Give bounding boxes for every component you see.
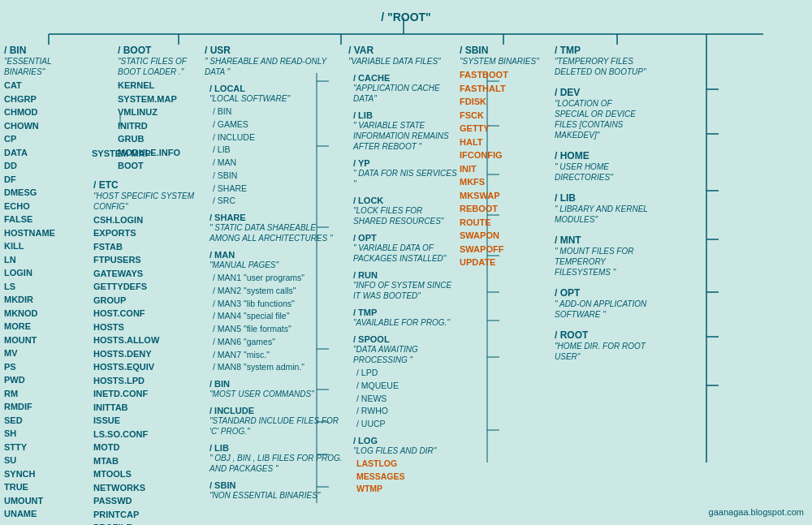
bin-desc: "ESSENTIAL BINARIES" — [4, 56, 92, 77]
file-item: TRUE — [4, 480, 55, 494]
file-item: / UUCP — [356, 418, 458, 431]
file-item: FDISK — [460, 95, 508, 109]
file-item: HOSTS.ALLOW — [93, 334, 159, 347]
file-item: IFCONFIG — [460, 148, 508, 162]
file-item: RMDIF — [4, 400, 55, 414]
file-item: HALT — [460, 136, 508, 149]
file-item: SWAPON — [460, 229, 508, 243]
file-item: KERNEL — [118, 79, 203, 93]
usr-sbin-title: / SBIN — [209, 480, 320, 490]
var-cache-title: / CACHE — [353, 73, 458, 83]
var-log-section: / LOG "LOG FILES AND DIR" LASTLOG MESSAG… — [353, 436, 436, 496]
file-item: ROUTE — [460, 216, 508, 230]
var-tmp-section: / TMP "AVAILABLE FOR PROG." — [353, 308, 450, 329]
file-item: / MAN7 "misc." — [213, 349, 304, 362]
file-item: / MAN8 "system admin." — [213, 361, 304, 374]
var-run-desc: "INFO OF SYSTEM SINCE IT WAS BOOTED" — [353, 280, 458, 301]
file-item: REBOOT — [460, 202, 508, 216]
file-item: LS.SO.CONF — [93, 428, 159, 441]
right-lib-desc: " LIBRARY AND KERNEL MODULES" — [555, 204, 648, 225]
usr-bin-section: / BIN "MOST USER COMMANDS" — [209, 379, 314, 401]
etc-files: CSH.LOGIN EXPORTS FSTAB FTPUSERS GATEWAY… — [93, 213, 159, 526]
file-item: MORE — [4, 320, 55, 334]
file-item: MOUNT — [4, 334, 55, 347]
right-mnt-section: / MNT " MOUNT FILES FOR TEMPERORY FILESY… — [555, 235, 648, 279]
boot-title: / BOOT — [118, 45, 203, 56]
var-yp-title: / YP — [353, 158, 458, 168]
file-item: / SHARE — [213, 183, 290, 196]
col-var: / VAR "VARIABLE DATA FILES" / CACHE "APP… — [348, 45, 458, 525]
file-item: DD — [4, 159, 55, 173]
var-lock-section: / LOCK "LOCK FILES FOR SHARED RESOURCES" — [353, 196, 458, 228]
file-item: GATEWAYS — [93, 267, 159, 281]
file-item: ISSUE — [93, 414, 159, 428]
file-item: HOSTS.DENY — [93, 347, 159, 361]
file-item: / MAN2 "system calls" — [213, 285, 304, 298]
var-log-title: / LOG — [353, 436, 436, 445]
col-usr: / USR " SHAREABLE AND READ-ONLY DATA " /… — [205, 45, 347, 525]
file-item: CAT — [4, 79, 55, 93]
var-spool-title: / SPOOL — [353, 334, 458, 344]
col-etc-boot: / BOOT "STATIC FILES OF BOOT LOADER ." K… — [93, 45, 203, 525]
file-item: MKDIR — [4, 293, 55, 307]
file-item: FASTHALT — [460, 82, 508, 96]
usr-include-desc: "STANDARD INCLUDE FILES FOR 'C' PROG." — [209, 415, 347, 437]
file-item: SYSTEM.MAP — [118, 93, 203, 106]
file-item: HOSTS.LPD — [93, 374, 159, 388]
file-item: LOGIN — [4, 266, 55, 280]
file-item: UNAME — [4, 507, 55, 521]
watermark: gaanagaa.blogspot.com — [709, 507, 804, 517]
file-item: MOTD — [93, 441, 159, 454]
file-item: HOSTS.EQUIV — [93, 360, 159, 374]
usr-local-desc: "LOCAL SOFTWARE" — [209, 93, 290, 104]
right-lib-title: / LIB — [555, 192, 648, 204]
usr-include-title: / INCLUDE — [209, 406, 347, 415]
file-item: SYNCH — [4, 467, 55, 481]
file-item: CHGRP — [4, 93, 55, 106]
file-item: FALSE — [4, 213, 55, 226]
usr-lib-section: / LIB " OBJ , BIN , LIB FILES FOR PROG. … — [209, 443, 347, 476]
var-yp-section: / YP " DATA FOR NIS SERVICES " — [353, 158, 458, 191]
boot-files: KERNEL SYSTEM.MAP VMLINUZ INITRD GRUB MO… — [118, 79, 203, 173]
right-lib-section: / LIB " LIBRARY AND KERNEL MODULES" — [555, 192, 648, 226]
var-lib-desc: " VARIABLE STATE INFORMATION REMAINS AFT… — [353, 120, 458, 152]
right-root-desc: "HOME DIR. FOR ROOT USER" — [555, 341, 648, 362]
file-item: GETTY — [460, 122, 508, 136]
var-cache-section: / CACHE "APPLICATION CACHE DATA" — [353, 73, 458, 105]
file-item: BOOT — [118, 159, 203, 173]
file-item: MKNOD — [4, 307, 55, 321]
var-opt-desc: " VARIABLE DATA OF PACKAGES INSTALLED" — [353, 243, 458, 264]
etc-title: / ETC — [93, 179, 119, 191]
file-item: MTAB — [93, 454, 159, 468]
sbin-title: / SBIN — [460, 45, 488, 56]
file-item: / MQUEUE — [356, 380, 458, 393]
col-bin: / BIN "ESSENTIAL BINARIES" CAT CHGRP CHM… — [4, 45, 92, 525]
file-item: SWAPOFF — [460, 243, 508, 256]
root-node: / "ROOT" — [6, 6, 806, 24]
var-title: / VAR — [348, 45, 374, 56]
file-item: SU — [4, 454, 55, 467]
right-mnt-desc: " MOUNT FILES FOR TEMPERORY FILESYSTEMS … — [555, 246, 648, 278]
sbin-files: FASTBOOT FASTHALT FDISK FSCK GETTY HALT … — [460, 68, 508, 269]
file-item: GRUB — [118, 132, 203, 146]
file-item: MKSWAP — [460, 189, 508, 203]
right-mnt-title: / MNT — [555, 235, 648, 246]
usr-bin-desc: "MOST USER COMMANDS" — [209, 389, 314, 399]
file-item: FSTAB — [93, 240, 159, 254]
var-desc: "VARIABLE DATA FILES" — [348, 56, 441, 67]
usr-share-section: / SHARE " STATIC DATA SHAREABLE AMONG AL… — [209, 213, 347, 245]
file-item: KILL — [4, 239, 55, 253]
usr-man-files: / MAN1 "user programs" / MAN2 "system ca… — [213, 272, 304, 374]
file-item: GROUP — [93, 294, 159, 308]
var-spool-section: / SPOOL "DATA AWAITING PROCESSING " / LP… — [353, 334, 458, 431]
usr-man-section: / MAN "MANUAL PAGES" / MAN1 "user progra… — [209, 250, 304, 374]
file-item: MKFS — [460, 175, 508, 189]
usr-sbin-section: / SBIN "NON ESSENTIAL BINARIES" — [209, 480, 320, 502]
file-item: / MAN6 "games" — [213, 336, 304, 349]
right-tmp-title: / TMP — [555, 45, 648, 56]
right-home-desc: " USER HOME DIRECTORIES" — [555, 161, 648, 183]
file-item: WTMP — [356, 483, 436, 496]
file-item: / MAN5 "file formats" — [213, 323, 304, 336]
bin-title: / BIN — [4, 45, 26, 56]
usr-local-title: / LOCAL — [209, 84, 290, 93]
